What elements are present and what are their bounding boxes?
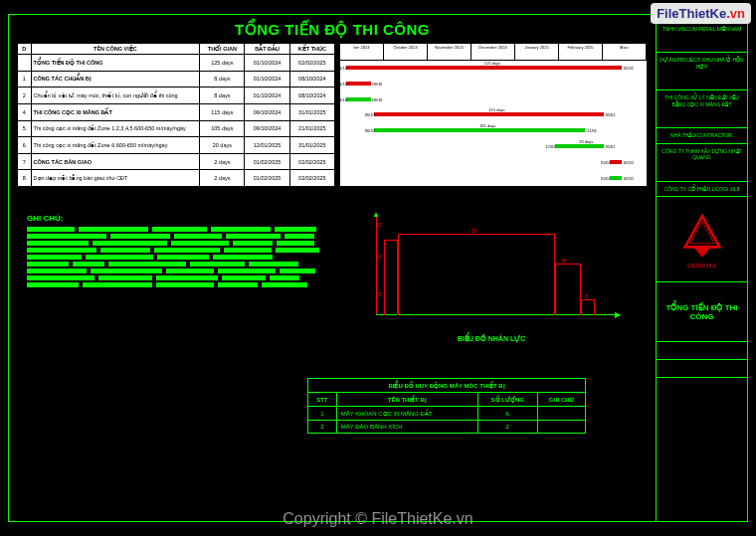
- gantt-row: 01/1008/10: [340, 77, 647, 90]
- page-title: TỔNG TIẾN ĐỘ THI CÔNG: [9, 15, 656, 43]
- gantt-bar: [346, 82, 371, 86]
- notes-line: [27, 275, 335, 280]
- equip-row: 2MÁY ĐÀO BÁNH XÍCH2: [308, 421, 586, 434]
- drawing-frame: CHỦ ĐẦU TƯ/CLIENT: CÔNG TY TNHH VINCOM R…: [8, 14, 748, 522]
- task-row: 7CÔNG TÁC BÀN GIAO2 days01/02/202502/02/…: [18, 153, 335, 170]
- watermark-logo: FileThietKe.vn: [651, 3, 751, 24]
- gantt-chart: ber 2024October 2024November 2024Decembe…: [339, 43, 648, 187]
- tb-sheet-title: TỔNG TIẾN ĐỘ THI CÔNG: [657, 282, 747, 342]
- manpower-title: BIỂU ĐỒ NHÂN LỰC: [362, 335, 621, 343]
- gantt-row: 01/1008/10: [340, 92, 647, 106]
- notes-lines: [27, 227, 335, 287]
- logo-brand: LICOGI 16.8: [687, 263, 715, 268]
- tb-logo-label: CÔNG TY CỔ PHẦN LICOGI 16.8: [657, 182, 747, 198]
- th-id: D: [18, 44, 32, 55]
- gantt-row: 125 days01/1002/02: [340, 61, 647, 75]
- eq-th-note: GHI CHÚ: [537, 393, 585, 407]
- gantt-bar: [374, 112, 604, 116]
- tb-slot-1: [657, 342, 747, 360]
- notes-line: [27, 268, 335, 273]
- main-area: TỔNG TIẾN ĐỘ THI CÔNG D TÊN CÔNG VIỆC TH…: [9, 15, 656, 521]
- tb-logo: LICOGI 16.8: [657, 197, 747, 282]
- company-logo-icon: [676, 211, 728, 263]
- gantt-month: Marc: [603, 44, 647, 60]
- gantt-bar: [610, 176, 622, 180]
- gantt-bar: [346, 97, 371, 101]
- tb-contractor: CÔNG TY TNHH XÂY DỰNG NHẬT QUANG: [657, 144, 747, 182]
- gantt-row: 20 days12/0131/01: [340, 139, 647, 153]
- task-row: 5Thi công cọc xi măng đất Zone 1,2,3,4,5…: [18, 120, 335, 137]
- gantt-bar: [610, 160, 622, 164]
- th-dur: THỜI GIAN: [200, 44, 245, 55]
- equipment-table: BIỂU ĐỒ HUY ĐỘNG MÁY MÓC THIẾT BỊ STT TÊ…: [307, 378, 586, 434]
- gantt-month: December 2024: [472, 44, 515, 60]
- eq-th-qty: SỐ LƯỢNG: [477, 393, 537, 407]
- gantt-bar: [346, 66, 622, 70]
- gantt-bar: [555, 144, 604, 148]
- tb-contractor-label: NHÀ THẦU/CONTRACTOR:: [657, 128, 747, 144]
- gantt-row: 105 days09/1021/01: [340, 123, 647, 137]
- schedule-wrap: D TÊN CÔNG VIỆC THỜI GIAN BẮT ĐẦU KẾT TH…: [9, 43, 656, 187]
- task-row: 8Dọn dẹp mặt bằng bàn giao cho CĐT2 days…: [18, 170, 335, 187]
- notes-line: [27, 234, 335, 239]
- notes-line: [27, 262, 335, 267]
- gantt-month: January 2025: [515, 44, 559, 60]
- manpower-plot: ▲ ▶ 60 40 15 50 30 8: [362, 214, 621, 333]
- task-row: 6Thi công cọc xi măng đất Zone 6 600-650…: [18, 137, 335, 154]
- th-end: KẾT THÚC: [289, 44, 334, 55]
- task-table: D TÊN CÔNG VIỆC THỜI GIAN BẮT ĐẦU KẾT TH…: [17, 43, 335, 187]
- gantt-month: November 2024: [428, 44, 472, 60]
- gantt-row: 115 days09/1031/01: [340, 107, 647, 121]
- notes-line: [27, 248, 335, 253]
- notes-line: [27, 241, 335, 246]
- equip-row: 1MÁY KHOAN CỌC XI MĂNG ĐẤT6: [308, 407, 586, 421]
- title-block: CHỦ ĐẦU TƯ/CLIENT: CÔNG TY TNHH VINCOM R…: [656, 15, 747, 521]
- gantt-month: October 2024: [384, 44, 428, 60]
- gantt-header: ber 2024October 2024November 2024Decembe…: [339, 43, 648, 61]
- tb-package: THI CÔNG XỬ LÝ NỀN ĐẤT YẾU BẰNG CỌC XI M…: [657, 90, 747, 128]
- tb-slot-2: [657, 360, 747, 378]
- gantt-row: 01/0202/02: [340, 171, 647, 185]
- tb-project: DỰ ÁN/PROJECT: KHU NHÀ Ở HỖN HỢP: [657, 53, 747, 90]
- manpower-chart: ▲ ▶ 60 40 15 50 30 8 BIỂU ĐỒ NHÂN LỰC: [362, 214, 621, 343]
- eq-th-stt: STT: [308, 393, 337, 407]
- gantt-body: 125 days01/1002/0201/1008/1001/1008/1011…: [339, 61, 648, 187]
- gantt-month: February 2025: [559, 44, 603, 60]
- tb-slot-3: [657, 378, 747, 396]
- notes-block: GHI CHÚ:: [27, 214, 335, 287]
- task-row: 1CÔNG TÁC CHUẨN BỊ8 days01/10/202408/10/…: [18, 71, 335, 88]
- task-row: TỔNG TIẾN ĐỘ THI CÔNG125 days01/10/20240…: [18, 55, 335, 72]
- gantt-row: 01/0202/02: [340, 155, 647, 169]
- gantt-month: ber 2024: [340, 44, 384, 60]
- gantt-bar: [374, 128, 586, 132]
- th-name: TÊN CÔNG VIỆC: [31, 44, 200, 55]
- task-row: 2Chuẩn bị vật tư, máy móc, thiết bị, con…: [18, 88, 335, 104]
- eq-th-name: TÊN THIẾT BỊ: [336, 393, 477, 407]
- th-start: BẮT ĐẦU: [245, 44, 289, 55]
- notes-line: [27, 255, 335, 260]
- equip-title: BIỂU ĐỒ HUY ĐỘNG MÁY MÓC THIẾT BỊ: [308, 379, 586, 393]
- notes-line: [27, 282, 335, 287]
- task-row: 4THI CÔNG CỌC XI MĂNG ĐẤT115 days09/10/2…: [18, 103, 335, 120]
- notes-line: [27, 227, 335, 232]
- notes-title: GHI CHÚ:: [27, 214, 335, 223]
